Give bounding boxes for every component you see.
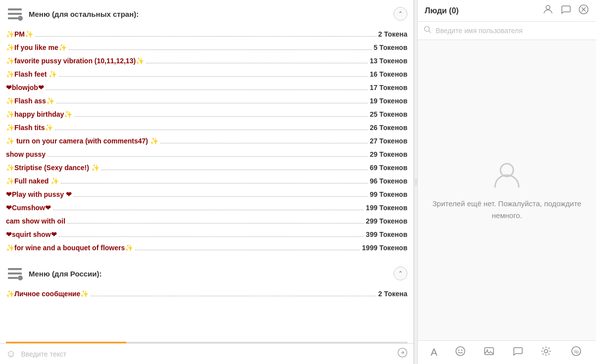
menu-item-label: ✨If you like me✨: [6, 43, 67, 53]
font-icon[interactable]: A: [431, 347, 437, 358]
menu-item-price: 26 Токенов: [370, 123, 407, 133]
menu-item-label: ❤Play with pussy ❤: [6, 189, 72, 200]
menu-item-label: ✨for wine and a bouquet of flowers✨: [6, 243, 133, 253]
menu-item-label: ✨Flash tits✨: [6, 123, 53, 133]
svg-rect-17: [485, 348, 494, 355]
menu-collapse-btn-2[interactable]: ⌃: [394, 267, 407, 280]
svg-point-14: [456, 347, 465, 356]
right-panel-title: Люди (0): [425, 6, 459, 15]
svg-rect-1: [8, 13, 22, 15]
menu-item-price: 199 Токенов: [366, 203, 407, 213]
menu-item: ❤blowjob❤17 Токенов: [6, 81, 407, 94]
svg-rect-2: [8, 17, 18, 19]
empty-state-text: Зрителей ещё нет. Пожалуйста, подождите …: [418, 198, 596, 222]
menu-item-label: ✨Full naked ✨: [6, 176, 59, 186]
menu-item-dots: [59, 236, 364, 237]
menu-item-price: 13 Токенов: [370, 56, 407, 66]
chat-icon[interactable]: [512, 346, 523, 359]
svg-line-12: [429, 31, 431, 33]
user-icon[interactable]: [543, 4, 553, 17]
menu-item: ❤squirt show❤399 Токенов: [6, 228, 407, 241]
menu-item-price: 299 Токенов: [366, 216, 407, 227]
search-icon: [424, 26, 432, 36]
menu-item-dots: [160, 143, 368, 143]
menu-section-1: Меню (для остальных стран): ⌃ ✨PM✨2 Токе…: [6, 5, 407, 255]
menu-item-price: 29 Токенов: [370, 149, 407, 160]
chat-panel: Меню (для остальных стран): ⌃ ✨PM✨2 Токе…: [0, 0, 414, 364]
svg-point-11: [425, 27, 430, 32]
menu-item: ❤Play with pussy ❤99 Токенов: [6, 188, 407, 201]
menu-item-price: 16 Токенов: [370, 69, 407, 80]
close-icon[interactable]: [578, 4, 589, 17]
menu-items-1: ✨PM✨2 Токена✨If you like me✨5 Токенов✨fa…: [6, 28, 407, 255]
svg-rect-5: [8, 273, 22, 274]
menu-item-dots: [101, 170, 368, 170]
svg-rect-0: [8, 8, 22, 10]
menu-item-price: 1999 Токенов: [362, 243, 407, 253]
menu-item-dots: [74, 116, 368, 117]
menu-item-label: cam show with oil: [6, 216, 65, 227]
menu-icon-1: [6, 5, 24, 23]
svg-point-18: [487, 350, 488, 351]
menu-item-price: 5 Токенов: [374, 43, 407, 53]
menu-item-label: ✨Flash ass✨: [6, 96, 54, 106]
menu-item: ✨Личное сообщение✨2 Токена: [6, 287, 407, 301]
menu-item: cam show with oil299 Токенов: [6, 215, 407, 228]
menu-item-dots: [59, 76, 368, 77]
menu-item: ✨ turn on your camera (with comments47) …: [6, 135, 407, 148]
menu-item-price: 96 Токенов: [370, 176, 407, 186]
menu-item: ✨favorite pussy vibration (10,11,12,13)✨…: [6, 54, 407, 68]
svg-point-7: [18, 275, 23, 280]
menu-header-left-1: Меню (для остальных стран):: [6, 5, 139, 23]
menu-icon-2: [6, 265, 24, 282]
menu-item-price: 69 Токенов: [370, 163, 407, 173]
menu-item-price: 17 Токенов: [370, 83, 407, 93]
chat-text-input[interactable]: [21, 350, 393, 358]
user-search-input[interactable]: [436, 27, 590, 35]
menu-item-label: ✨PM✨: [6, 29, 33, 40]
image-icon[interactable]: [484, 346, 495, 359]
menu-item: ✨PM✨2 Токена: [6, 28, 407, 41]
svg-point-15: [458, 350, 459, 351]
svg-point-16: [461, 350, 462, 351]
chat-bubble-icon[interactable]: [560, 4, 571, 17]
svg-point-3: [18, 16, 23, 21]
menu-item-label: ✨ turn on your camera (with comments47) …: [6, 136, 158, 146]
menu-item-label: ✨happy birthday✨: [6, 109, 72, 120]
menu-title-1: Меню (для остальных стран):: [29, 10, 139, 18]
menu-item-price: 25 Токенов: [370, 109, 407, 120]
svg-point-9: [546, 5, 550, 9]
settings-icon[interactable]: [541, 346, 551, 359]
menu-item-dots: [135, 250, 360, 250]
right-panel: Люди (0) Зрителей ещё нет. Пожалуйста, п…: [418, 0, 596, 364]
svg-text:tip: tip: [574, 349, 579, 354]
menu-item: ❤Cumshow❤199 Токенов: [6, 201, 407, 215]
menu-item-dots: [48, 156, 368, 157]
panel-divider[interactable]: ║: [414, 0, 418, 364]
menu-item-dots: [46, 90, 368, 90]
menu-item-dots: [55, 130, 367, 130]
menu-item-dots: [91, 296, 376, 296]
svg-rect-4: [8, 268, 22, 270]
emoji-icon[interactable]: ☺: [6, 348, 16, 360]
sticker-icon[interactable]: [455, 346, 466, 359]
menu-header-2: Меню (для России): ⌃: [6, 265, 407, 282]
menu-item-label: show pussy: [6, 149, 46, 160]
menu-collapse-btn-1[interactable]: ⌃: [394, 7, 407, 21]
menu-item-dots: [74, 196, 368, 197]
user-search-bar: [418, 22, 596, 40]
tip-icon[interactable]: tip: [569, 346, 583, 359]
send-options-icon[interactable]: [397, 348, 407, 360]
menu-item-label: ✨favorite pussy vibration (10,11,12,13)✨: [6, 56, 144, 66]
menu-item-dots: [67, 223, 364, 224]
menu-item: ✨If you like me✨5 Токенов: [6, 41, 407, 54]
menu-item-label: ❤Cumshow❤: [6, 203, 51, 213]
menu-item-price: 19 Токенов: [370, 96, 407, 106]
svg-point-19: [545, 350, 548, 353]
menu-item-label: ✨Striptise (Sexy dance!) ✨: [6, 163, 99, 173]
chat-input-bar: ☺: [0, 343, 413, 364]
menu-item: ✨Flash tits✨26 Токенов: [6, 121, 407, 135]
menu-item-dots: [35, 36, 376, 37]
menu-item: ✨Full naked ✨96 Токенов: [6, 175, 407, 188]
menu-item-label: ❤squirt show❤: [6, 229, 57, 240]
